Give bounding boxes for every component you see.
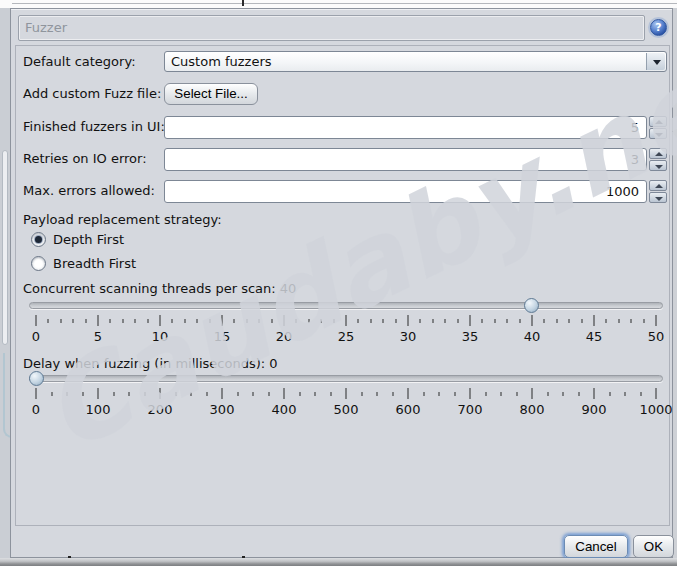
page-title: Fuzzer (25, 20, 67, 35)
background-artifact (242, 556, 245, 558)
default-category-label: Default category: (23, 51, 136, 73)
selected-category-value: Custom fuzzers (171, 52, 272, 71)
threads-caption: Concurrent scanning threads per scan: 40 (23, 278, 296, 300)
threads-slider[interactable]: 05101520253035404550 (29, 298, 663, 348)
panel-title-box: Fuzzer (18, 15, 645, 41)
slider-thumb[interactable] (524, 298, 539, 313)
radio-icon (31, 232, 46, 247)
retries-io-label: Retries on IO error: (23, 148, 147, 170)
default-category-select[interactable]: Custom fuzzers (164, 51, 667, 72)
spinner-down-icon[interactable] (649, 160, 667, 171)
fuzzer-options-dialog: Fuzzer ? Default category: Custom fuzzer… (10, 8, 673, 558)
background-artifact (68, 556, 71, 558)
strategy-label: Payload replacement strategy: (23, 209, 222, 231)
radio-depth-first-label: Depth First (53, 231, 124, 249)
finished-fuzzers-input[interactable]: 5 (164, 116, 647, 139)
background-window-top (0, 0, 677, 8)
max-errors-stepper (649, 180, 667, 203)
divider (12, 3, 677, 4)
max-errors-label: Max. errors allowed: (23, 180, 155, 202)
finished-fuzzers-label: Finished fuzzers in UI: (23, 116, 165, 138)
radio-breadth-first-label: Breadth First (53, 255, 136, 273)
ok-button[interactable]: OK (633, 535, 674, 558)
spinner-up-icon[interactable] (649, 116, 667, 127)
slider-track[interactable] (29, 302, 663, 309)
slider-ticks (36, 315, 656, 327)
retries-io-stepper (649, 148, 667, 171)
background-window-bottom (0, 558, 677, 566)
scrollbar-thumb[interactable] (2, 150, 8, 345)
slider-tick-labels: 01002003004005006007008009001000 (36, 402, 656, 418)
slider-thumb[interactable] (29, 371, 44, 386)
options-form: Default category: Custom fuzzers Add cus… (15, 45, 670, 526)
spinner-down-icon[interactable] (649, 128, 667, 139)
spinner-down-icon[interactable] (649, 192, 667, 203)
slider-track[interactable] (29, 375, 663, 382)
slider-tick-labels: 05101520253035404550 (36, 329, 656, 345)
add-fuzz-file-label: Add custom Fuzz file: (23, 83, 161, 105)
cancel-button[interactable]: Cancel (564, 535, 628, 558)
spinner-up-icon[interactable] (649, 180, 667, 191)
radio-icon (31, 256, 46, 271)
delay-slider[interactable]: 01002003004005006007008009001000 (29, 371, 663, 421)
finished-fuzzers-stepper (649, 116, 667, 139)
slider-ticks (36, 388, 656, 400)
help-icon[interactable]: ? (650, 19, 667, 36)
chevron-down-icon[interactable] (646, 53, 665, 70)
question-mark-glyph: ? (655, 21, 661, 34)
select-file-button[interactable]: Select File... (164, 83, 258, 105)
retries-io-input[interactable]: 3 (164, 148, 647, 171)
max-errors-input[interactable]: 1000 (164, 180, 647, 203)
background-artifact (242, 0, 244, 6)
spinner-up-icon[interactable] (649, 148, 667, 159)
